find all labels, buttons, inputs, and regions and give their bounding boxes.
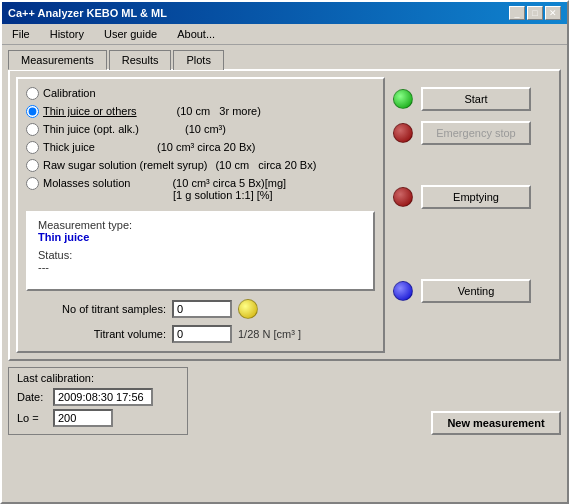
radio-raw-sugar-label[interactable]: Raw sugar solution (remelt syrup) (10 cm… bbox=[43, 159, 316, 171]
calibration-box: Last calibration: Date: 2009:08:30 17:56… bbox=[8, 367, 188, 435]
spacer2 bbox=[393, 219, 553, 269]
main-window: Ca++ Analyzer KEBO ML & ML _ □ ✕ File Hi… bbox=[0, 0, 569, 504]
calib-date-label: Date: bbox=[17, 391, 47, 403]
minimize-button[interactable]: _ bbox=[509, 6, 525, 20]
tabs-bar: Measurements Results Plots bbox=[2, 45, 567, 69]
menu-userguide[interactable]: User guide bbox=[98, 26, 163, 42]
radio-thin-others-text: Thin juice or others bbox=[43, 105, 137, 117]
radio-row-raw-sugar: Raw sugar solution (remelt syrup) (10 cm… bbox=[26, 159, 375, 172]
maximize-button[interactable]: □ bbox=[527, 6, 543, 20]
title-bar: Ca++ Analyzer KEBO ML & ML _ □ ✕ bbox=[2, 2, 567, 24]
radio-molasses[interactable] bbox=[26, 177, 39, 190]
calib-lo-label: Lo = bbox=[17, 412, 47, 424]
right-panel: Start Emergency stop Emptying Ven bbox=[393, 77, 553, 353]
calib-date-row: Date: 2009:08:30 17:56 bbox=[17, 388, 179, 406]
left-panel: Calibration Thin juice or others (10 cm … bbox=[16, 77, 385, 353]
radio-molasses-text: Molasses solution bbox=[43, 177, 130, 189]
main-content-area: Calibration Thin juice or others (10 cm … bbox=[10, 71, 559, 359]
window-title: Ca++ Analyzer KEBO ML & ML bbox=[8, 7, 167, 19]
radio-molasses-label[interactable]: Molasses solution (10 cm³ circa 5 Bx)[mg… bbox=[43, 177, 286, 201]
radio-raw-text: Raw sugar solution (remelt syrup) bbox=[43, 159, 207, 171]
venting-led bbox=[393, 281, 413, 301]
radio-thick-desc: (10 cm³ circa 20 Bx) bbox=[157, 141, 255, 153]
menu-history[interactable]: History bbox=[44, 26, 90, 42]
radio-thin-others-desc: (10 cm 3r more) bbox=[177, 105, 261, 117]
radio-raw-desc: (10 cm circa 20 Bx) bbox=[215, 159, 316, 171]
emergency-stop-button[interactable]: Emergency stop bbox=[421, 121, 531, 145]
tab-content: Calibration Thin juice or others (10 cm … bbox=[8, 69, 561, 361]
radio-thin-juice-opt[interactable] bbox=[26, 123, 39, 136]
titrant-volume-unit: 1/28 N [cm³ ] bbox=[238, 328, 301, 340]
emptying-led bbox=[393, 187, 413, 207]
radio-thick-juice[interactable] bbox=[26, 141, 39, 154]
titrant-led bbox=[238, 299, 258, 319]
calib-lo-row: Lo = 200 bbox=[17, 409, 179, 427]
menu-file[interactable]: File bbox=[6, 26, 36, 42]
radio-raw-sugar[interactable] bbox=[26, 159, 39, 172]
radio-row-thick-juice: Thick juice (10 cm³ circa 20 Bx) bbox=[26, 141, 375, 154]
titrant-samples-label: No of titrant samples: bbox=[26, 303, 166, 315]
close-button[interactable]: ✕ bbox=[545, 6, 561, 20]
calib-lo-value: 200 bbox=[53, 409, 113, 427]
start-led bbox=[393, 89, 413, 109]
radio-row-molasses: Molasses solution (10 cm³ circa 5 Bx)[mg… bbox=[26, 177, 375, 201]
venting-button-row: Venting bbox=[393, 279, 553, 303]
spacer1 bbox=[393, 155, 553, 175]
tab-plots[interactable]: Plots bbox=[173, 50, 223, 70]
radio-thick-text: Thick juice bbox=[43, 141, 95, 153]
radio-row-thin-juice-opt: Thin juice (opt. alk.) (10 cm³) bbox=[26, 123, 375, 136]
calib-date-value: 2009:08:30 17:56 bbox=[53, 388, 153, 406]
measurement-inputs: No of titrant samples: Titrant volume: 1… bbox=[26, 299, 375, 343]
start-button[interactable]: Start bbox=[421, 87, 531, 111]
emptying-button-row: Emptying bbox=[393, 185, 553, 209]
titrant-samples-input[interactable] bbox=[172, 300, 232, 318]
radio-thick-juice-label[interactable]: Thick juice (10 cm³ circa 20 Bx) bbox=[43, 141, 255, 153]
tab-measurements[interactable]: Measurements bbox=[8, 50, 107, 70]
start-button-row: Start bbox=[393, 87, 553, 111]
radio-row-thin-juice-others: Thin juice or others (10 cm 3r more) bbox=[26, 105, 375, 118]
title-bar-controls: _ □ ✕ bbox=[509, 6, 561, 20]
radio-row-calibration: Calibration bbox=[26, 87, 375, 100]
radio-molasses-desc2: [1 g solution 1:1] [%] bbox=[173, 189, 286, 201]
titrant-volume-row: Titrant volume: 1/28 N [cm³ ] bbox=[26, 325, 375, 343]
radio-thin-juice-others[interactable] bbox=[26, 105, 39, 118]
emergency-led bbox=[393, 123, 413, 143]
calibration-title: Last calibration: bbox=[17, 372, 179, 384]
new-measurement-button[interactable]: New measurement bbox=[431, 411, 561, 435]
radio-calibration[interactable] bbox=[26, 87, 39, 100]
menu-bar: File History User guide About... bbox=[2, 24, 567, 45]
titrant-samples-row: No of titrant samples: bbox=[26, 299, 375, 319]
titrant-volume-input[interactable] bbox=[172, 325, 232, 343]
radio-thin-opt-desc: (10 cm³) bbox=[185, 123, 226, 135]
venting-button[interactable]: Venting bbox=[421, 279, 531, 303]
menu-about[interactable]: About... bbox=[171, 26, 221, 42]
radio-thin-juice-opt-label[interactable]: Thin juice (opt. alk.) (10 cm³) bbox=[43, 123, 226, 135]
emergency-stop-row: Emergency stop bbox=[393, 121, 553, 145]
measurement-type-label: Measurement type: bbox=[38, 219, 363, 231]
radio-molasses-desc: (10 cm³ circa 5 Bx)[mg] bbox=[172, 177, 286, 189]
measurement-type-value: Thin juice bbox=[38, 231, 363, 243]
radio-thin-juice-others-label[interactable]: Thin juice or others (10 cm 3r more) bbox=[43, 105, 261, 117]
titrant-volume-label: Titrant volume: bbox=[26, 328, 166, 340]
info-box: Measurement type: Thin juice Status: --- bbox=[26, 211, 375, 291]
radio-thin-opt-text: Thin juice (opt. alk.) bbox=[43, 123, 139, 135]
bottom-area: Last calibration: Date: 2009:08:30 17:56… bbox=[2, 363, 567, 439]
emptying-button[interactable]: Emptying bbox=[421, 185, 531, 209]
radio-calibration-label[interactable]: Calibration bbox=[43, 87, 96, 99]
tab-results[interactable]: Results bbox=[109, 50, 172, 70]
radio-group: Calibration Thin juice or others (10 cm … bbox=[26, 87, 375, 203]
status-label: Status: bbox=[38, 249, 363, 261]
status-value: --- bbox=[38, 261, 363, 273]
